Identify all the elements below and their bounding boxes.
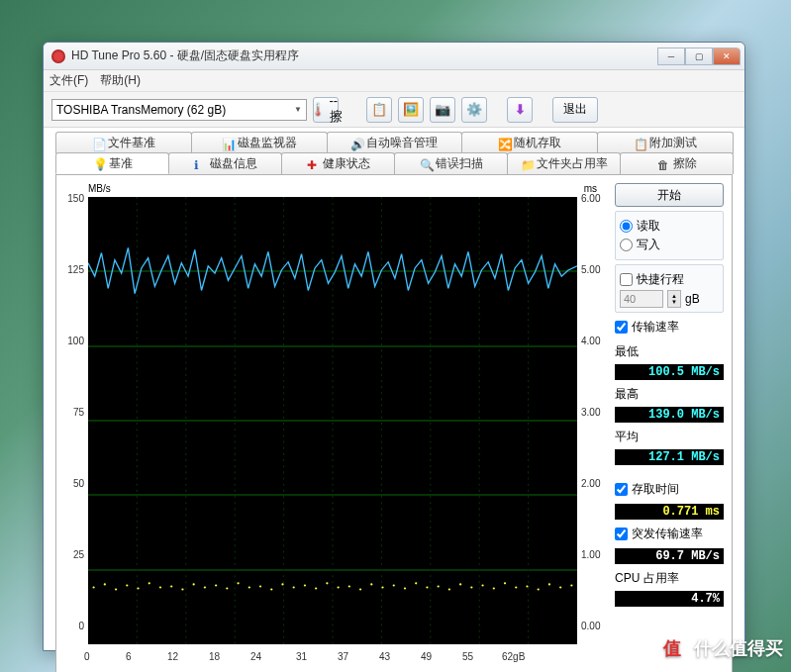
svg-point-41	[393, 584, 395, 586]
yl-50: 50	[64, 478, 84, 489]
svg-point-21	[170, 585, 172, 587]
yr-2: 2.00	[581, 478, 607, 489]
yl-25: 25	[64, 549, 84, 560]
yl-125: 125	[64, 264, 84, 275]
svg-point-44	[426, 586, 428, 588]
tabs-row-bottom: 💡基准 ℹ磁盘信息 ✚健康状态 🔍错误扫描 📁文件夹占用率 🗑擦除	[44, 152, 744, 174]
svg-point-19	[148, 582, 150, 584]
svg-point-45	[438, 585, 440, 587]
cpu-value: 4.7%	[615, 591, 724, 607]
shortstroke-checkbox[interactable]	[620, 273, 633, 286]
svg-point-43	[415, 582, 417, 584]
screenshot-button[interactable]: 📷	[430, 97, 455, 123]
svg-point-48	[470, 586, 472, 588]
svg-point-26	[226, 587, 228, 589]
chart-svg	[88, 197, 577, 644]
device-dropdown[interactable]: TOSHIBA TransMemory (62 gB) ▼	[51, 99, 307, 121]
avg-value: 127.1 MB/s	[615, 449, 724, 465]
save-button[interactable]: ⬇	[507, 97, 533, 123]
svg-point-27	[237, 582, 239, 584]
access-checkbox[interactable]	[615, 483, 628, 496]
tab-file-benchmark[interactable]: 📄文件基准	[55, 132, 192, 153]
app-icon	[51, 49, 65, 63]
tab-extra-tests[interactable]: 📋附加测试	[597, 132, 734, 153]
copy-info-button[interactable]: 📋	[366, 97, 392, 123]
yr-1: 1.00	[581, 549, 607, 560]
exit-button[interactable]: 退出	[552, 97, 598, 123]
speaker-icon: 🔊	[350, 138, 362, 149]
titlebar[interactable]: HD Tune Pro 5.60 - 硬盘/固态硬盘实用程序 ─ ▢ ✕	[44, 43, 744, 70]
svg-point-54	[538, 589, 540, 591]
xl-49: 49	[421, 651, 432, 662]
burst-value: 69.7 MB/s	[615, 548, 724, 564]
camera-icon: 📷	[435, 102, 450, 117]
svg-point-15	[104, 583, 106, 585]
monitor-icon: 📊	[222, 138, 234, 149]
maximize-button[interactable]: ▢	[685, 48, 713, 65]
xl-31: 31	[296, 651, 307, 662]
xl-62: 62gB	[502, 651, 525, 662]
max-value: 139.0 MB/s	[615, 407, 724, 423]
xl-0: 0	[84, 651, 90, 662]
svg-point-51	[504, 582, 506, 584]
svg-point-52	[515, 586, 517, 588]
svg-point-28	[248, 586, 250, 588]
watermark-text: 什么值得买	[694, 636, 783, 660]
menu-help[interactable]: 帮助(H)	[100, 72, 141, 89]
minimize-button[interactable]: ─	[657, 48, 685, 65]
download-icon: ⬇	[515, 102, 526, 117]
benchmark-chart	[88, 197, 577, 644]
close-button[interactable]: ✕	[713, 48, 741, 65]
burst-checkbox[interactable]	[615, 528, 628, 540]
svg-point-23	[193, 583, 195, 585]
copy-screenshot-button[interactable]: 🖼️	[398, 97, 424, 123]
tabs-row-top: 📄文件基准 📊磁盘监视器 🔊自动噪音管理 🔀随机存取 📋附加测试	[44, 132, 744, 153]
tab-info[interactable]: ℹ磁盘信息	[168, 152, 282, 174]
write-radio[interactable]	[620, 239, 633, 251]
temperature-button[interactable]: 🌡️ -- 擦	[313, 97, 339, 123]
tab-erase[interactable]: 🗑擦除	[620, 152, 734, 174]
copy-icon: 📋	[371, 102, 387, 117]
svg-point-56	[559, 586, 561, 588]
tab-disk-monitor[interactable]: 📊磁盘监视器	[191, 132, 328, 153]
window-buttons: ─ ▢ ✕	[657, 48, 741, 65]
tab-random-access[interactable]: 🔀随机存取	[461, 132, 598, 153]
trash-icon: 🗑	[657, 158, 669, 170]
yr-6: 6.00	[581, 193, 607, 204]
max-label: 最高	[615, 386, 724, 403]
mode-group: 读取 写入	[615, 211, 724, 260]
svg-point-40	[381, 586, 383, 588]
shortstroke-value[interactable]: 40	[620, 290, 663, 308]
file-icon: 📄	[92, 138, 104, 149]
options-button[interactable]: ⚙️	[461, 97, 487, 123]
tab-aam[interactable]: 🔊自动噪音管理	[327, 132, 463, 153]
yr-3: 3.00	[581, 407, 607, 418]
tab-health[interactable]: ✚健康状态	[281, 152, 395, 174]
read-radio[interactable]	[620, 220, 633, 233]
transfer-checkbox[interactable]	[615, 321, 628, 334]
min-value: 100.5 MB/s	[615, 364, 724, 380]
gear-icon: ⚙️	[466, 102, 482, 117]
yr-0: 0.00	[581, 621, 607, 631]
yl-75: 75	[64, 407, 84, 418]
start-button[interactable]: 开始	[615, 183, 724, 207]
tab-folder-usage[interactable]: 📁文件夹占用率	[507, 152, 621, 174]
watermark-badge: 值	[656, 632, 688, 664]
svg-point-18	[137, 587, 139, 589]
menu-file[interactable]: 文件(F)	[49, 72, 88, 89]
spin-buttons[interactable]: ▲▼	[667, 290, 681, 308]
random-icon: 🔀	[498, 138, 510, 149]
svg-point-29	[259, 585, 261, 587]
svg-point-34	[315, 587, 317, 589]
yl-0: 0	[64, 621, 84, 631]
svg-point-50	[493, 587, 495, 589]
watermark: 值 什么值得买	[656, 632, 783, 664]
tab-benchmark[interactable]: 💡基准	[55, 152, 169, 174]
tab-error-scan[interactable]: 🔍错误扫描	[394, 152, 508, 174]
svg-point-39	[370, 583, 372, 585]
yr-4: 4.00	[581, 336, 607, 346]
svg-point-17	[126, 584, 128, 586]
svg-point-35	[326, 582, 328, 584]
side-panel: 开始 读取 写入 快捷行程 40 ▲▼ gB 传输速率 最低 100.5 MB/…	[615, 183, 724, 668]
temp-value: -- 擦	[330, 93, 343, 126]
